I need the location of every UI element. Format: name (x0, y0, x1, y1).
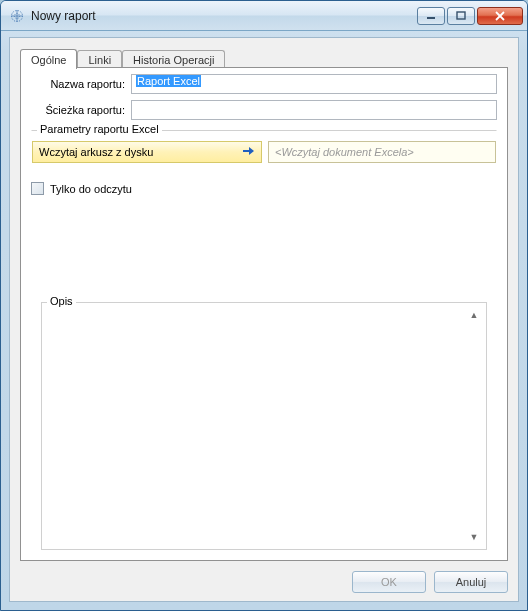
window-title: Nowy raport (31, 9, 417, 23)
cancel-button[interactable]: Anuluj (434, 571, 508, 593)
excel-document-field[interactable]: <Wczytaj dokument Excela> (268, 141, 496, 163)
report-path-input[interactable] (131, 100, 497, 120)
description-textarea[interactable] (46, 307, 466, 545)
svg-marker-9 (249, 147, 254, 155)
scroll-down-icon[interactable]: ▼ (466, 529, 482, 545)
report-path-label: Ścieżka raportu: (31, 104, 131, 116)
tab-panel-general: Nazwa raportu: Raport Excel Ścieżka rapo… (20, 67, 508, 561)
scroll-up-icon[interactable]: ▲ (466, 307, 482, 323)
report-name-label: Nazwa raportu: (31, 78, 131, 90)
dialog-buttons: OK Anuluj (352, 571, 508, 593)
maximize-button[interactable] (447, 7, 475, 25)
report-name-input[interactable]: Raport Excel (131, 74, 497, 94)
scrollbar[interactable]: ▲ ▼ (466, 307, 482, 545)
load-sheet-button[interactable]: Wczytaj arkusz z dysku (32, 141, 262, 163)
svg-rect-5 (457, 12, 465, 19)
readonly-label: Tylko do odczytu (50, 183, 132, 195)
close-button[interactable] (477, 7, 523, 25)
tab-strip: Ogólne Linki Historia Operacji (20, 46, 508, 68)
client-area: Ogólne Linki Historia Operacji Nazwa rap… (9, 37, 519, 602)
dialog-window: Nowy raport Ogólne Linki Historia Operac… (0, 0, 528, 611)
arrow-right-icon (241, 145, 255, 159)
tab-general[interactable]: Ogólne (20, 49, 77, 69)
description-legend: Opis (47, 295, 76, 307)
params-legend: Parametry raportu Excel (37, 123, 162, 135)
window-controls (417, 7, 523, 25)
app-icon (9, 8, 25, 24)
titlebar[interactable]: Nowy raport (1, 1, 527, 31)
ok-button[interactable]: OK (352, 571, 426, 593)
load-sheet-label: Wczytaj arkusz z dysku (39, 146, 153, 158)
readonly-checkbox[interactable] (31, 182, 44, 195)
minimize-button[interactable] (417, 7, 445, 25)
